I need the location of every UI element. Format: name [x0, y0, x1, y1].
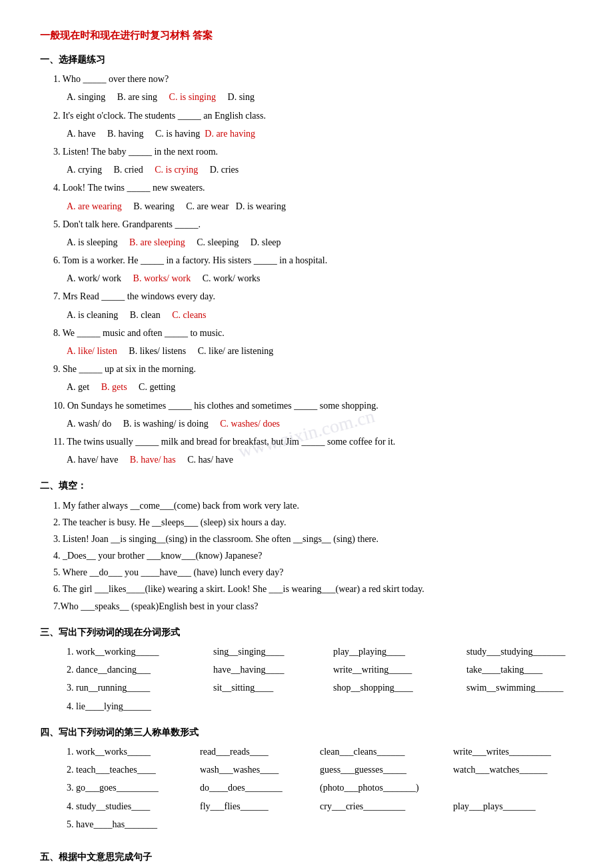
pr4c1: 4. lie____lying______ [67, 701, 151, 711]
fillblank-q7: 7.Who ___speaks__ (speak)English best in… [53, 598, 573, 615]
third-row4: 4. study__studies____ fly___flies______ … [67, 798, 573, 815]
participle-row3: 3. run__running_____ sit__sitting____ sh… [67, 679, 573, 696]
pr1c3: play__playing____ [333, 643, 466, 660]
third-row1: 1. work__works_____ read___reads____ cle… [67, 743, 573, 760]
q10-answer: C. washes/ does [220, 419, 280, 429]
q11-options: A. have/ have B. have/ has C. has/ have [67, 451, 573, 468]
q7-text: 7. Mrs Read _____ the windows every day. [53, 291, 215, 301]
pr2c2: have__having____ [213, 661, 333, 678]
q11: 11. The twins usually _____ milk and bre… [53, 433, 573, 450]
present-participle-rows: 1. work__working_____ sing__singing____ … [67, 643, 573, 715]
tr3c4 [506, 779, 613, 796]
pr3c1: 3. run__running_____ [67, 679, 213, 696]
q2-text: 2. It's eight o'clock. The students ____… [53, 111, 266, 121]
q8: 8. We _____ music and often _____ to mus… [53, 325, 573, 341]
q9: 9. She _____ up at six in the morning. [53, 361, 573, 377]
q6-answer: B. works/ work [133, 273, 191, 283]
pr1c1: 1. work__working_____ [67, 643, 213, 660]
tr3c3: (photo___photos_______) [320, 779, 506, 796]
q3-text: 3. Listen! The baby _____ in the next ro… [53, 147, 218, 157]
q3: 3. Listen! The baby _____ in the next ro… [53, 143, 573, 160]
section2-title: 二、填空： [40, 477, 573, 494]
pr2c4: take____taking____ [466, 661, 613, 678]
section5-title: 五、根据中文意思完成句子 [40, 849, 573, 865]
pr3c2: sit__sitting____ [213, 679, 333, 696]
fillblank-q5: 5. Where __do___ you ____have___ (have) … [53, 564, 573, 581]
q5-text: 5. Don't talk here. Grandparents _____. [53, 219, 201, 229]
q4: 4. Look! The twins _____ new sweaters. [53, 179, 573, 196]
q2: 2. It's eight o'clock. The students ____… [53, 107, 573, 124]
q10-options: A. wash/ do B. is washing/ is doing C. w… [67, 415, 573, 432]
q1-answer: C. is singing [169, 92, 216, 102]
q5-options: A. is sleeping B. are sleeping C. sleepi… [67, 234, 573, 251]
tr3c1: 3. go___goes_________ [67, 779, 200, 796]
q1: 1. Who _____ over there now? [53, 71, 573, 87]
q4-answer: A. are wearing [67, 201, 122, 211]
q9-options: A. get B. gets C. getting [67, 379, 573, 395]
pr2c1: 2. dance__dancing___ [67, 661, 213, 678]
q9-text: 9. She _____ up at six in the morning. [53, 364, 196, 374]
pr2c3: write__writing_____ [333, 661, 466, 678]
third-row3: 3. go___goes_________ do____does________… [67, 779, 573, 796]
section3-title: 三、写出下列动词的现在分词形式 [40, 624, 573, 641]
tr1c4: write___writes_________ [453, 743, 586, 760]
tr4c4: play___plays_______ [453, 798, 586, 815]
q6: 6. Tom is a worker. He _____ in a factor… [53, 252, 573, 269]
tr3c2: do____does________ [200, 779, 320, 796]
third-row5: 5. have____has_______ [67, 816, 573, 833]
q11-text: 11. The twins usually _____ milk and bre… [53, 437, 395, 447]
tr1c3: clean___cleans______ [320, 743, 453, 760]
fillblank-q4: 4. _Does__ your brother ___know___(know)… [53, 547, 573, 564]
q10: 10. On Sundays he sometimes _____ his cl… [53, 397, 573, 414]
tr5c1: 5. have____has_______ [67, 819, 157, 829]
q7-answer: C. cleans [172, 310, 206, 320]
q3-answer: C. is crying [155, 165, 198, 175]
tr2c2: wash___washes____ [200, 761, 320, 778]
tr1c1: 1. work__works_____ [67, 743, 200, 760]
q6-options: A. work/ work B. works/ work C. work/ wo… [67, 270, 573, 287]
tr2c1: 2. teach___teaches____ [67, 761, 200, 778]
q8-text: 8. We _____ music and often _____ to mus… [53, 328, 225, 338]
q1-text: 1. Who _____ over there now? [53, 74, 169, 84]
q5: 5. Don't talk here. Grandparents _____. [53, 216, 573, 233]
section1-title: 一、选择题练习 [40, 51, 573, 68]
q5-answer: B. are sleeping [129, 237, 185, 247]
q4-text: 4. Look! The twins _____ new sweaters. [53, 183, 205, 193]
tr4c1: 4. study__studies____ [67, 798, 200, 815]
pr3c4: swim__swimming______ [466, 679, 613, 696]
fillblank-q6: 6. The girl ___likes____(like) wearing a… [53, 581, 573, 597]
pr3c3: shop__shopping____ [333, 679, 466, 696]
page-title: 一般现在时和现在进行时复习材料 答案 [40, 27, 573, 45]
tr1c2: read___reads____ [200, 743, 320, 760]
tr2c4: watch___watches______ [453, 761, 586, 778]
third-row2: 2. teach___teaches____ wash___washes____… [67, 761, 573, 778]
q4-options: A. are wearing B. wearing C. are wear D.… [67, 198, 573, 215]
q1-options: A. singing B. are sing C. is singing D. … [67, 89, 573, 105]
tr4c2: fly___flies______ [200, 798, 320, 815]
tr4c3: cry___cries_________ [320, 798, 453, 815]
q7: 7. Mrs Read _____ the windows every day. [53, 288, 573, 305]
q8-options: A. like/ listen B. likes/ listens C. lik… [67, 343, 573, 359]
q7-options: A. is cleaning B. clean C. cleans [67, 307, 573, 323]
tr2c3: guess___guesses_____ [320, 761, 453, 778]
fillblank-q3: 3. Listen! Joan __is singing__(sing) in … [53, 531, 573, 547]
fillblank-q1: 1. My father always __come___(come) back… [53, 497, 573, 514]
q11-answer: B. have/ has [130, 455, 176, 465]
q9-answer: B. gets [101, 382, 127, 392]
q10-text: 10. On Sundays he sometimes _____ his cl… [53, 401, 378, 411]
participle-row1: 1. work__working_____ sing__singing____ … [67, 643, 573, 660]
pr1c2: sing__singing____ [213, 643, 333, 660]
pr1c4: study___studying_______ [466, 643, 613, 660]
participle-row2: 2. dance__dancing___ have__having____ wr… [67, 661, 573, 678]
fillblank-q2: 2. The teacher is busy. He __sleeps___ (… [53, 514, 573, 531]
participle-row4: 4. lie____lying______ [67, 698, 573, 715]
q3-options: A. crying B. cried C. is crying D. cries [67, 161, 573, 178]
third-person-rows: 1. work__works_____ read___reads____ cle… [67, 743, 573, 833]
q6-text: 6. Tom is a worker. He _____ in a factor… [53, 255, 327, 265]
q8-answer: A. like/ listen [67, 346, 117, 356]
section4-title: 四、写出下列动词的第三人称单数形式 [40, 724, 573, 741]
q2-options: A. have B. having C. is having D. are ha… [67, 125, 573, 142]
q2-answer: D. are having [205, 129, 255, 139]
